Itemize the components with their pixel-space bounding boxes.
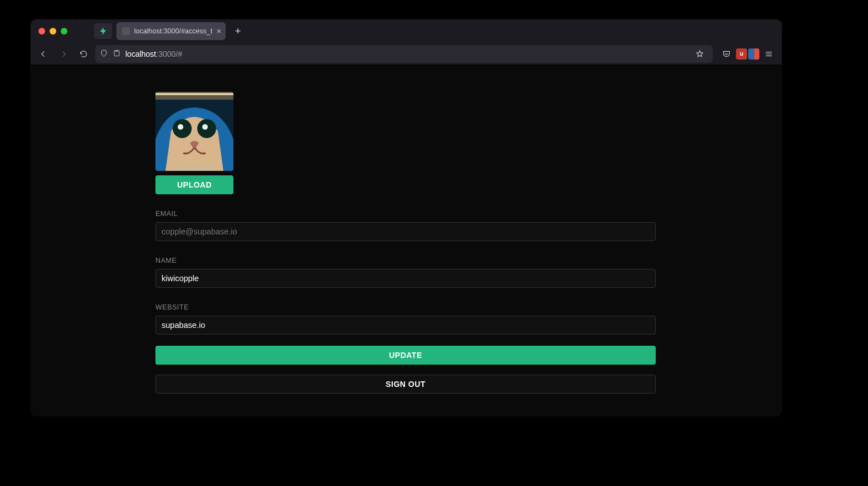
website-label: WEBSITE bbox=[155, 303, 656, 311]
svg-rect-3 bbox=[155, 93, 233, 95]
pocket-icon[interactable] bbox=[718, 46, 735, 62]
browser-toolbar: localhost:3000/# u bbox=[31, 43, 782, 65]
pinned-tab-supabase[interactable] bbox=[94, 23, 112, 39]
svg-point-6 bbox=[178, 124, 183, 130]
address-bar[interactable]: localhost:3000/# bbox=[95, 45, 713, 63]
email-label: EMAIL bbox=[155, 210, 656, 218]
upload-button[interactable]: UPLOAD bbox=[155, 175, 233, 194]
new-tab-button[interactable]: + bbox=[230, 23, 246, 39]
extension-ublock-icon[interactable]: u bbox=[736, 48, 747, 60]
page-content: Church of the Space Cat UPLOAD EMAIL NAM… bbox=[31, 65, 782, 416]
reload-button[interactable] bbox=[75, 46, 92, 62]
hamburger-menu-icon[interactable] bbox=[760, 46, 777, 62]
tab-title: localhost:3000/#access_token= bbox=[134, 27, 212, 35]
browser-tab[interactable]: localhost:3000/#access_token= × bbox=[116, 22, 226, 40]
back-button[interactable] bbox=[35, 46, 52, 62]
page-info-icon[interactable] bbox=[113, 49, 121, 59]
tab-favicon bbox=[122, 27, 130, 35]
name-input[interactable] bbox=[155, 269, 656, 288]
website-input[interactable] bbox=[155, 316, 656, 335]
svg-point-7 bbox=[202, 124, 208, 130]
url-text: localhost:3000/# bbox=[125, 50, 182, 58]
extension-icon[interactable] bbox=[748, 48, 759, 60]
name-label: NAME bbox=[155, 257, 656, 264]
signout-button[interactable]: SIGN OUT bbox=[155, 375, 656, 394]
browser-window: localhost:3000/#access_token= × + localh… bbox=[31, 19, 782, 416]
shield-icon[interactable] bbox=[100, 49, 108, 59]
avatar-image: Church of the Space Cat bbox=[155, 92, 233, 171]
bookmark-star-icon[interactable] bbox=[691, 46, 708, 62]
email-input bbox=[155, 222, 656, 241]
minimize-window-button[interactable] bbox=[50, 28, 56, 35]
toolbar-right-cluster: u bbox=[718, 46, 777, 62]
url-path: :3000/# bbox=[156, 50, 182, 58]
email-field-group: EMAIL bbox=[155, 210, 656, 241]
update-button[interactable]: UPDATE bbox=[155, 346, 656, 365]
close-window-button[interactable] bbox=[38, 28, 45, 35]
tab-close-icon[interactable]: × bbox=[217, 27, 221, 35]
website-field-group: WEBSITE bbox=[155, 303, 656, 335]
profile-form: Church of the Space Cat UPLOAD EMAIL NAM… bbox=[155, 92, 656, 394]
window-traffic-lights bbox=[38, 28, 67, 35]
maximize-window-button[interactable] bbox=[61, 28, 67, 35]
svg-text:Church of the Space Cat: Church of the Space Cat bbox=[176, 166, 213, 169]
tab-strip: localhost:3000/#access_token= × + bbox=[31, 19, 782, 43]
forward-button[interactable] bbox=[55, 46, 72, 62]
name-field-group: NAME bbox=[155, 257, 656, 288]
url-host: localhost bbox=[125, 50, 156, 58]
